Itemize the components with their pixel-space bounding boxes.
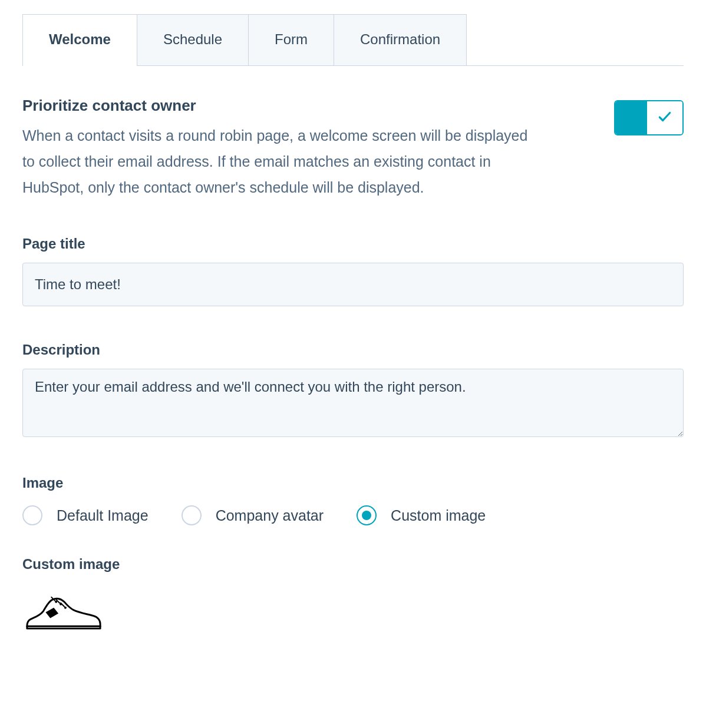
description-textarea[interactable] — [22, 369, 684, 437]
tab-form[interactable]: Form — [248, 14, 334, 65]
page-title-label: Page title — [22, 236, 684, 252]
toggle-thumb — [647, 101, 682, 134]
description-label: Description — [22, 342, 684, 358]
radio-icon — [357, 505, 377, 525]
radio-label-custom: Custom image — [391, 507, 486, 524]
radio-default-image[interactable]: Default Image — [22, 505, 149, 525]
prioritize-description: When a contact visits a round robin page… — [22, 123, 529, 200]
radio-icon — [182, 505, 202, 525]
tab-schedule[interactable]: Schedule — [137, 14, 249, 65]
prioritize-title: Prioritize contact owner — [22, 97, 529, 115]
image-radio-group: Default Image Company avatar Custom imag… — [22, 505, 684, 525]
custom-image-preview[interactable] — [22, 594, 684, 637]
radio-icon — [22, 505, 42, 525]
radio-label-default: Default Image — [57, 507, 149, 524]
tabs: Welcome Schedule Form Confirmation — [22, 14, 684, 66]
tab-confirmation[interactable]: Confirmation — [334, 14, 467, 65]
check-icon — [657, 109, 672, 127]
tab-welcome[interactable]: Welcome — [22, 14, 137, 65]
page-title-input[interactable] — [22, 263, 684, 306]
prioritize-toggle[interactable] — [614, 100, 684, 135]
radio-custom-image[interactable]: Custom image — [357, 505, 486, 525]
sneaker-icon — [22, 594, 104, 634]
toggle-track — [615, 101, 647, 134]
custom-image-label: Custom image — [22, 556, 684, 573]
image-label: Image — [22, 475, 684, 491]
radio-company-avatar[interactable]: Company avatar — [182, 505, 324, 525]
radio-label-company: Company avatar — [216, 507, 324, 524]
